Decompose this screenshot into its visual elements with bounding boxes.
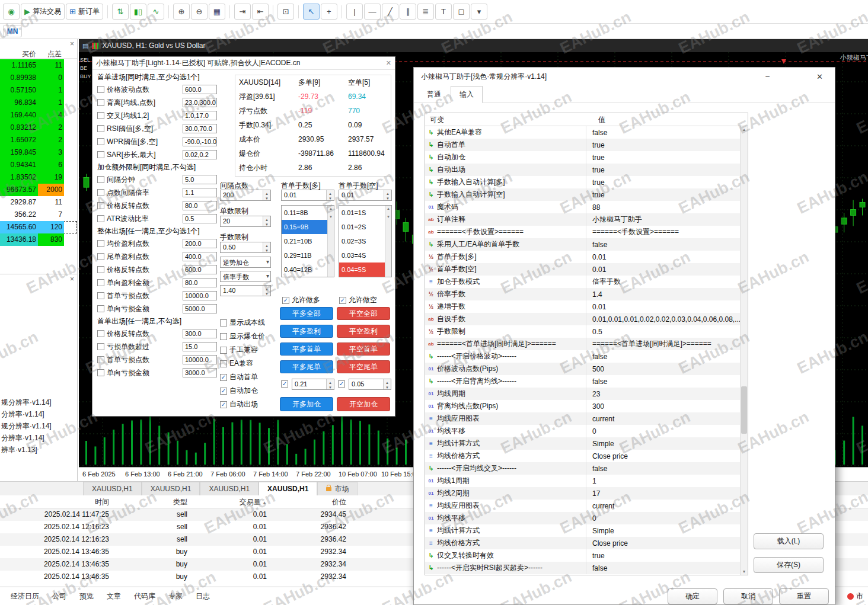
param-value[interactable]: Close price	[586, 452, 740, 460]
ea-entry-input[interactable]: 80.0	[183, 278, 217, 287]
param-value[interactable]: ======<手数设置>======	[586, 227, 740, 237]
scrollbar[interactable]: ▲▼	[385, 206, 391, 277]
option-checkbox-0[interactable]: 显示成本线	[220, 318, 265, 328]
input-row[interactable]: ½首单手数[空]0.01	[425, 263, 740, 276]
text-tool-button[interactable]: T	[435, 4, 452, 20]
close-short-button-1[interactable]: 平空盈利	[337, 325, 390, 338]
ea-entry-input[interactable]: 600.0	[183, 265, 217, 274]
param-value[interactable]: 1	[586, 477, 740, 485]
input-row[interactable]: 01均线2周期17	[425, 487, 740, 500]
candlestick-chart-button[interactable]: ▮▯	[130, 4, 146, 20]
chart-shift-button[interactable]: ⇥	[234, 4, 251, 20]
allow-long-checkbox[interactable]: ✓允许做多	[282, 295, 320, 305]
param-value[interactable]: true	[586, 191, 740, 199]
column-bid[interactable]: 买价	[0, 49, 36, 59]
input-row[interactable]: ↳------<开启价格波动>------false	[425, 350, 740, 363]
market-watch-row[interactable]: 169.4404	[0, 109, 77, 121]
param-value[interactable]: true	[586, 166, 740, 174]
input-row[interactable]: ↳------<开启均线交叉>------false	[425, 462, 740, 475]
long-first-lot-spinner[interactable]: 0.01▲▼	[281, 190, 334, 201]
short-first-lot-spinner[interactable]: 0.01▲▼	[339, 190, 392, 201]
navigator-item[interactable]: 分辨率·v1.14]	[0, 432, 77, 444]
spinner-arrows-icon[interactable]: ▲▼	[326, 379, 334, 389]
close-icon[interactable]: ✕	[386, 59, 391, 67]
chart-tab-0[interactable]: XAUUSD,H1	[83, 482, 142, 495]
chart-title-bar[interactable]: ▤ XAUUSD, H1: Gold vs US Dollar	[79, 39, 868, 52]
param-value[interactable]: 0	[586, 427, 740, 436]
market-watch-row[interactable]: 0.832122	[0, 121, 77, 134]
column-volume[interactable]: 交易量 ▲	[191, 497, 267, 507]
column-value[interactable]: 值	[598, 115, 605, 125]
input-row[interactable]: ab======<手数设置>============<手数设置>======	[425, 226, 740, 238]
list-item[interactable]: 0.29=11B	[282, 248, 328, 263]
input-row[interactable]: ↳采用人工/EA单的首单手数false	[425, 238, 740, 251]
window-menu-icon[interactable]: ▤	[82, 42, 88, 50]
checkbox-icon[interactable]	[97, 266, 104, 273]
checkbox-icon[interactable]	[97, 292, 104, 299]
market-watch-row[interactable]: 13436.18830	[0, 233, 77, 246]
interval-points-spinner[interactable]: 200▲▼	[220, 190, 271, 201]
spinner-arrows-icon[interactable]: ▲▼	[263, 242, 270, 252]
input-row[interactable]: ab======<首单进场[同时满足]>============<首单进场[同时…	[425, 338, 740, 350]
scroll-up-icon[interactable]: ▲	[741, 127, 748, 132]
checkbox-icon[interactable]	[97, 215, 104, 222]
column-variable[interactable]: 可变	[430, 115, 444, 125]
param-value[interactable]: 500	[586, 365, 740, 373]
long-lot-listbox[interactable]: 0.11=8B0.15=9B0.21=10B0.29=11B0.40=12B▲▼	[281, 205, 334, 277]
param-value[interactable]: Simple	[586, 440, 740, 448]
ea-entry-input[interactable]: 1.0,17.0	[183, 111, 217, 120]
list-item[interactable]: 0.02=3S	[339, 234, 386, 248]
param-value[interactable]: 0.5	[586, 328, 740, 336]
new-order-button[interactable]: ⊞新订单	[66, 4, 103, 20]
ea-entry-input[interactable]: 0.02,0.2	[183, 150, 217, 159]
short-extra-spinner[interactable]: 0.05▲▼	[349, 379, 391, 390]
chart-tab-2[interactable]: XAUUSD,H1	[200, 482, 259, 495]
market-watch-row[interactable]: 96673.572000	[0, 184, 77, 196]
checkbox-icon[interactable]	[97, 202, 104, 209]
column-time[interactable]: 时间	[0, 497, 109, 507]
param-value[interactable]: false	[586, 564, 740, 572]
scroll-down-icon[interactable]: ▼	[741, 569, 748, 574]
ea-entry-input[interactable]: 5.0	[183, 175, 217, 184]
vertical-line-button[interactable]: |	[346, 4, 363, 20]
checkbox-icon[interactable]	[97, 151, 104, 158]
param-value[interactable]: 倍率手数	[586, 277, 740, 287]
fibonacci-button[interactable]: ≣	[417, 4, 434, 20]
navigator-item[interactable]: 分辨率·v1.14]	[0, 408, 77, 420]
market-watch-row[interactable]: 0.571501	[0, 84, 77, 97]
input-row[interactable]: ½手数限制0.5	[425, 325, 740, 338]
timeframe-mn-button[interactable]: MN	[3, 25, 22, 37]
ea-entry-input[interactable]: 80.0	[183, 201, 217, 210]
close-long-button-2[interactable]: 平多首单	[280, 342, 333, 356]
checkbox-icon[interactable]	[97, 125, 104, 132]
market-watch-row[interactable]: 2929.8711	[0, 196, 77, 209]
allow-short-checkbox[interactable]: ✓允许做空	[339, 295, 377, 305]
statusbar-tab-3[interactable]: 文章	[101, 589, 127, 604]
close-icon[interactable]: ✕	[816, 72, 823, 81]
checkbox-icon[interactable]	[97, 176, 104, 183]
spinner-arrows-icon[interactable]: ▲▼	[263, 216, 270, 226]
param-value[interactable]: Simple	[586, 527, 740, 535]
input-row[interactable]: ↳自动加仓true	[425, 151, 740, 164]
spinner-arrows-icon[interactable]: ▲▼	[263, 190, 270, 200]
column-spread[interactable]: 点差	[38, 49, 62, 59]
spinner-arrows-icon[interactable]: ▲▼	[383, 379, 391, 389]
checkbox-icon[interactable]	[97, 369, 104, 376]
checkbox-icon[interactable]	[97, 279, 104, 286]
list-item[interactable]: 0.15=9B	[282, 220, 328, 234]
input-row[interactable]: 01背离均线点数(Pips)300	[425, 400, 740, 412]
param-value[interactable]: ======<首单进场[同时满足]>======	[586, 339, 740, 349]
auto-scroll-button[interactable]: ⇤	[252, 4, 269, 20]
list-item[interactable]: 0.03=4S	[339, 248, 386, 263]
close-short-button-2[interactable]: 平空首单	[337, 342, 390, 356]
market-watch-row[interactable]: 356.227	[0, 209, 77, 221]
zoom-out-button[interactable]: ⊖	[191, 4, 208, 20]
param-value[interactable]: 0.01	[586, 253, 740, 261]
close-icon[interactable]: ×	[70, 275, 74, 283]
cursor-button[interactable]: ↖	[303, 4, 320, 20]
statusbar-tab-6[interactable]: 日志	[190, 589, 216, 604]
list-item[interactable]: 0.01=2S	[339, 220, 386, 234]
market-watch-row[interactable]: 14565.60120	[0, 221, 77, 233]
checkbox-icon[interactable]	[97, 356, 104, 363]
input-row[interactable]: ↳其他EA单兼容false	[425, 126, 740, 139]
